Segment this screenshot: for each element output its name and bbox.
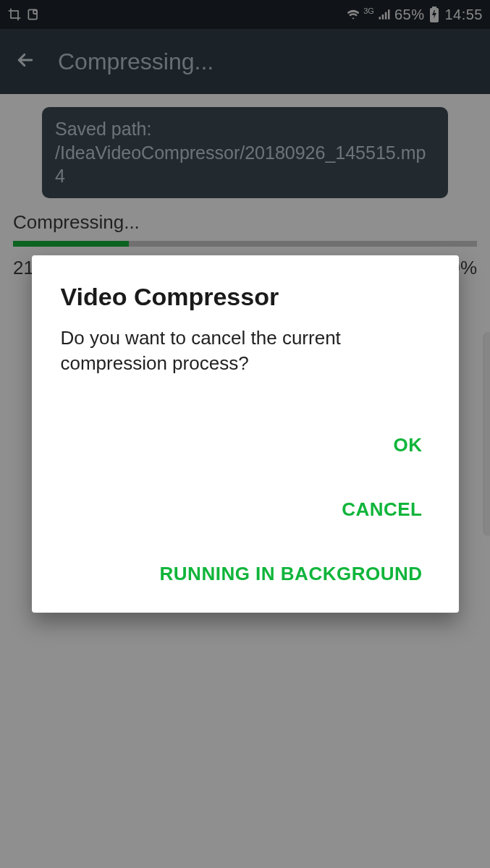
ok-button[interactable]: OK (386, 421, 430, 469)
dialog-title: Video Compressor (61, 283, 430, 311)
cancel-button[interactable]: CANCEL (334, 485, 429, 534)
dialog-message: Do you want to cancel the current compre… (61, 326, 430, 376)
cancel-dialog: Video Compressor Do you want to cancel t… (32, 255, 459, 613)
modal-overlay: Video Compressor Do you want to cancel t… (0, 0, 490, 868)
background-button[interactable]: RUNNING IN BACKGROUND (153, 550, 430, 598)
